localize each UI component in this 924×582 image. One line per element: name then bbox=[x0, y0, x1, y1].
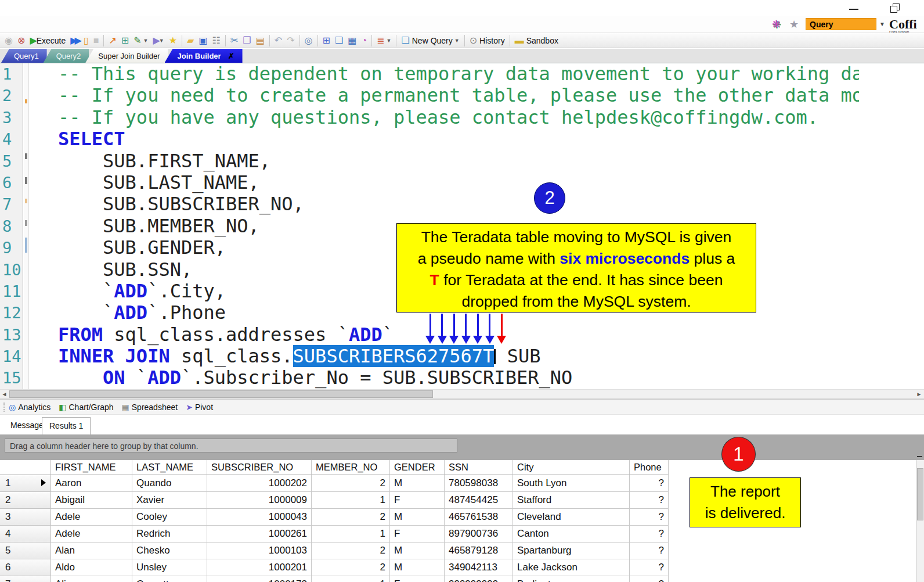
cell-phone[interactable]: ? bbox=[630, 509, 669, 526]
calculator-icon[interactable]: ⊞ bbox=[321, 35, 332, 46]
table-row-3[interactable]: 3AdeleCooley10000432M465761538Cleveland? bbox=[0, 509, 669, 526]
column-header-subscriber_no[interactable]: SUBSCRIBER_NO bbox=[207, 460, 312, 475]
tab-results-1[interactable]: Results 1 bbox=[42, 417, 91, 434]
cell-first_name[interactable]: Adele bbox=[51, 526, 132, 543]
copy-icon[interactable]: ❐ bbox=[241, 35, 252, 46]
row-number[interactable]: 3 bbox=[0, 509, 51, 526]
cell-last_name[interactable]: Unsley bbox=[132, 559, 207, 576]
favorite-add-icon[interactable]: ★ bbox=[167, 35, 179, 46]
cell-last_name[interactable]: Chesko bbox=[132, 543, 207, 559]
column-header-ssn[interactable]: SSN bbox=[445, 460, 513, 475]
table-row-4[interactable]: 4AdeleRedrich10002611F897900736Canton? bbox=[0, 526, 669, 543]
code-line-3[interactable]: -- If you have any questions, please con… bbox=[29, 107, 859, 128]
column-header-gender[interactable]: GENDER bbox=[390, 460, 445, 475]
scroll-right-icon[interactable]: ► bbox=[915, 390, 923, 398]
undo-icon[interactable]: ↶ bbox=[273, 35, 284, 46]
dropdown-icon[interactable]: ▼ bbox=[454, 38, 460, 44]
cell-first_name[interactable]: Alice bbox=[51, 576, 132, 582]
editor-hscroll-thumb[interactable] bbox=[9, 390, 433, 398]
code-line-2[interactable]: -- If you need to create a permanent tab… bbox=[29, 85, 859, 106]
cell-member_no[interactable]: 2 bbox=[312, 475, 390, 492]
cell-first_name[interactable]: Aaron bbox=[51, 475, 132, 492]
paste-icon[interactable]: ▤ bbox=[254, 35, 266, 46]
column-header-city[interactable]: City bbox=[513, 460, 630, 475]
cell-ssn[interactable]: 487454425 bbox=[445, 492, 513, 509]
cell-ssn[interactable]: 897900736 bbox=[445, 526, 513, 543]
execute-button[interactable]: ▶Execute bbox=[28, 35, 67, 46]
minimize-button[interactable] bbox=[844, 3, 864, 14]
row-number[interactable]: 5 bbox=[0, 543, 51, 559]
cell-phone[interactable]: ? bbox=[630, 492, 669, 509]
tab-close-icon[interactable]: ✗ bbox=[228, 52, 234, 60]
analytics-button[interactable]: ◎Analytics bbox=[9, 403, 50, 412]
cell-phone[interactable]: ? bbox=[630, 576, 669, 582]
cell-gender[interactable]: F bbox=[390, 492, 445, 509]
query-mode-combobox[interactable]: Query bbox=[806, 18, 876, 30]
table-row-1[interactable]: 1AaronQuando10002022M780598038South Lyon… bbox=[0, 475, 669, 492]
table-row-5[interactable]: 5AlanChesko10001032M465879128Spartanburg… bbox=[0, 543, 669, 559]
cell-first_name[interactable]: Aldo bbox=[51, 559, 132, 576]
cell-subscriber_no[interactable]: 1000103 bbox=[207, 543, 312, 559]
report-icon[interactable]: ≣▼ bbox=[375, 35, 393, 46]
cell-city[interactable]: Lake Jackson bbox=[513, 559, 630, 576]
cell-gender[interactable]: M bbox=[390, 509, 445, 526]
doc-tab-super-join-builder[interactable]: Super Join Builder bbox=[85, 49, 168, 63]
cell-subscriber_no[interactable]: 1000173 bbox=[207, 576, 312, 582]
cell-first_name[interactable]: Alan bbox=[51, 543, 132, 559]
column-header-member_no[interactable]: MEMBER_NO bbox=[312, 460, 390, 475]
editor-hscrollbar[interactable]: ◄ ► bbox=[0, 389, 924, 398]
code-line-4[interactable]: SELECT bbox=[29, 128, 859, 150]
code-line-1[interactable]: -- This query is dependent on temporary … bbox=[29, 63, 859, 85]
find-icon[interactable]: ◎ bbox=[303, 35, 315, 46]
cell-city[interactable]: Cleveland bbox=[513, 509, 630, 526]
cell-gender[interactable]: M bbox=[390, 475, 445, 492]
import-icon[interactable]: ↗ bbox=[107, 35, 118, 46]
cell-last_name[interactable]: Redrich bbox=[132, 526, 207, 543]
column-header-phone[interactable]: Phone bbox=[630, 460, 669, 475]
results-vscroll-thumb[interactable] bbox=[917, 468, 923, 520]
pivot-button[interactable]: ➤Pivot bbox=[186, 403, 213, 412]
dropdown-icon[interactable]: ▼ bbox=[143, 38, 149, 44]
cell-ssn[interactable]: 465761538 bbox=[445, 509, 513, 526]
row-number[interactable]: 6 bbox=[0, 559, 51, 576]
cell-gender[interactable]: M bbox=[390, 559, 445, 576]
network-icon[interactable]: ❏ bbox=[333, 35, 345, 46]
stop-icon[interactable]: ■ bbox=[92, 35, 101, 46]
connect-icon[interactable]: ◉ bbox=[3, 35, 15, 46]
pie-chart-icon[interactable]: ◔ bbox=[359, 35, 369, 46]
cell-phone[interactable]: ? bbox=[630, 559, 669, 576]
cell-phone[interactable]: ? bbox=[630, 475, 669, 492]
print-icon[interactable]: ☷ bbox=[211, 35, 222, 46]
cell-subscriber_no[interactable]: 1000202 bbox=[207, 475, 312, 492]
new-query-button[interactable]: ❏New Query▼ bbox=[399, 35, 461, 46]
row-number[interactable]: 4 bbox=[0, 526, 51, 543]
cell-ssn[interactable]: 780598038 bbox=[445, 475, 513, 492]
row-number[interactable]: 1 bbox=[0, 475, 51, 492]
cell-gender[interactable]: F bbox=[390, 526, 445, 543]
dropdown-icon[interactable]: ▼ bbox=[386, 38, 391, 44]
cut-icon[interactable]: ✂ bbox=[229, 35, 240, 46]
cell-first_name[interactable]: Adele bbox=[51, 509, 132, 526]
cell-member_no[interactable]: 1 bbox=[312, 526, 390, 543]
spreadsheet-button[interactable]: ▦Spreadsheet bbox=[122, 403, 178, 412]
run-to-icon[interactable]: ▶▼ bbox=[151, 35, 166, 46]
cell-subscriber_no[interactable]: 1000009 bbox=[207, 492, 312, 509]
doc-tab-join-builder[interactable]: Join Builder✗ bbox=[165, 49, 243, 63]
results-vscrollbar[interactable] bbox=[916, 460, 924, 582]
doc-tab-query1[interactable]: Query1 bbox=[1, 49, 47, 63]
cell-city[interactable]: South Lyon bbox=[513, 475, 630, 492]
row-number[interactable]: 2 bbox=[0, 492, 51, 509]
save-icon[interactable]: ▣ bbox=[197, 35, 209, 46]
new-page-icon[interactable]: ▯ bbox=[82, 35, 91, 46]
row-number[interactable]: 7 bbox=[0, 576, 51, 582]
redo-icon[interactable]: ↷ bbox=[285, 35, 296, 46]
cell-city[interactable]: Stafford bbox=[513, 492, 630, 509]
cell-city[interactable]: Canton bbox=[513, 526, 630, 543]
cell-last_name[interactable]: Xavier bbox=[132, 492, 207, 509]
table-row-2[interactable]: 2AbigailXavier10000091F487454425Stafford… bbox=[0, 492, 669, 509]
cell-subscriber_no[interactable]: 1000043 bbox=[207, 509, 312, 526]
favorites-star-icon[interactable]: ★ bbox=[789, 18, 799, 31]
scroll-left-icon[interactable]: ◄ bbox=[0, 390, 9, 398]
cell-member_no[interactable]: 2 bbox=[312, 543, 390, 559]
table-row-6[interactable]: 6AldoUnsley10002012M349042113Lake Jackso… bbox=[0, 559, 669, 576]
